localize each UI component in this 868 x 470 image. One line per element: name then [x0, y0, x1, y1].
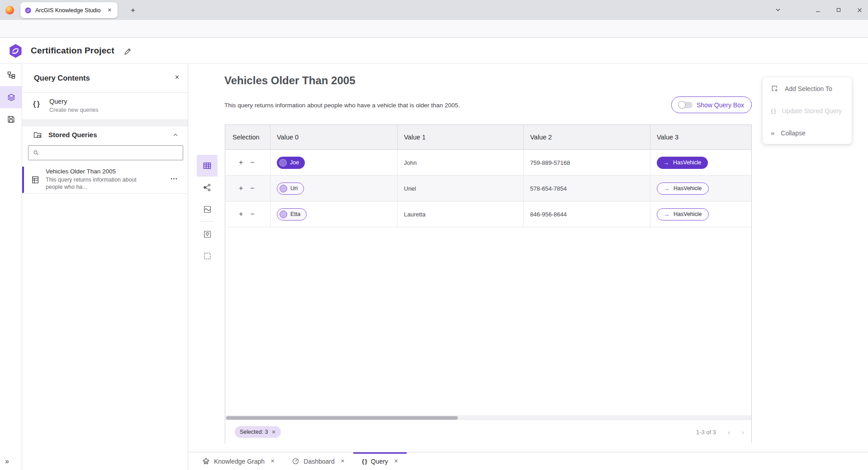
collapse-chevrons-icon: » — [771, 129, 774, 137]
list-tabs-icon[interactable] — [772, 4, 784, 16]
menu-item-collapse[interactable]: » Collapse — [763, 122, 852, 144]
link-chart-button[interactable] — [197, 177, 218, 198]
maximize-icon[interactable] — [833, 4, 844, 16]
expand-panel-icon[interactable]: » — [5, 457, 9, 465]
value2-cell: 846-956-8644 — [524, 201, 650, 227]
braces-icon: { } — [362, 458, 367, 465]
stored-query-description: This query returns information about peo… — [46, 176, 151, 191]
edit-pencil-icon[interactable] — [122, 46, 133, 57]
table-view-button[interactable] — [197, 155, 218, 177]
relationship-pill[interactable]: →HasVehicle — [657, 182, 709, 195]
project-title: Certification Project — [31, 38, 114, 64]
clear-selection-icon[interactable]: ✕ — [272, 429, 276, 435]
minimize-icon[interactable] — [812, 4, 824, 16]
view-toolbar — [197, 155, 218, 267]
tab-label: Query — [371, 458, 388, 465]
menu-item-add-selection-to[interactable]: Add Selection To — [763, 77, 852, 100]
stored-query-icon — [31, 175, 40, 184]
selected-count-chip[interactable]: Selected: 3 ✕ — [235, 426, 281, 438]
remove-from-selection-icon[interactable]: − — [250, 158, 254, 167]
search-input[interactable] — [43, 149, 179, 156]
page-description: This query returns information about peo… — [224, 102, 460, 109]
sidebar-item-data-model[interactable] — [0, 64, 22, 86]
add-to-selection-icon[interactable]: + — [239, 184, 243, 192]
panel-close-icon[interactable]: ✕ — [175, 74, 180, 81]
query-item[interactable]: { } Query Create new queries — [22, 93, 188, 120]
tab-label: Knowledge Graph — [214, 458, 265, 465]
table-row: + − Uri Uriel 578-654-7854 →HasVehicle — [225, 176, 751, 201]
browser-tab-title: ArcGIS Knowledge Studio — [35, 7, 106, 14]
entity-label: Etta — [290, 211, 300, 217]
search-icon — [33, 149, 39, 156]
stored-queries-search[interactable] — [28, 145, 183, 160]
add-to-selection-icon[interactable]: + — [239, 210, 243, 218]
toggle-switch[interactable] — [679, 102, 693, 108]
firefox-icon — [5, 6, 14, 14]
toggle-knob — [678, 101, 686, 109]
entity-pill[interactable]: Joe — [277, 157, 305, 169]
stored-queries-header[interactable]: Stored Queries — [22, 126, 188, 144]
entity-dot-icon — [280, 185, 287, 192]
add-to-selection-icon[interactable]: + — [239, 158, 243, 167]
add-selection-icon — [771, 85, 778, 92]
tab-dashboard[interactable]: Dashboard ✕ — [283, 452, 353, 470]
stored-query-item[interactable]: Vehicles Older Than 2005 This query retu… — [22, 166, 188, 194]
kebab-menu-icon[interactable]: … — [170, 173, 178, 182]
col-header-value0: Value 0 — [270, 125, 398, 149]
menu-item-label: Collapse — [781, 129, 805, 137]
query-item-title: Query — [49, 98, 67, 105]
panel-header: Query Contents ✕ — [22, 64, 188, 93]
entity-label: Uri — [290, 185, 298, 192]
entity-pill[interactable]: Uri — [277, 182, 304, 195]
toolbar-separator — [200, 221, 214, 222]
scrollbar-thumb[interactable] — [226, 416, 458, 420]
map-view-button[interactable] — [197, 198, 218, 220]
value1-cell: John — [398, 150, 524, 175]
chevron-up-icon[interactable] — [172, 132, 179, 138]
value1-cell: Lauretta — [398, 201, 524, 227]
relationship-label: HasVehicle — [674, 185, 702, 192]
stored-query-title: Vehicles Older Than 2005 — [46, 168, 116, 175]
remove-from-selection-icon[interactable]: − — [250, 210, 254, 218]
map-layers-button[interactable] — [197, 223, 218, 245]
entity-pill[interactable]: Etta — [277, 208, 307, 221]
panel-gap — [22, 120, 188, 126]
results-table: Selection Value 0 Value 1 Value 2 Value … — [225, 125, 752, 443]
entity-dot-icon — [280, 211, 287, 218]
stored-queries-title: Stored Queries — [48, 131, 97, 139]
browser-tab[interactable]: ArcGIS Knowledge Studio ✕ — [20, 2, 118, 18]
show-query-box-toggle[interactable]: Show Query Box — [671, 96, 752, 113]
query-item-subtitle: Create new queries — [49, 107, 98, 113]
query-contents-panel: Query Contents ✕ { } Query Create new qu… — [22, 64, 188, 470]
horizontal-scrollbar[interactable] — [225, 415, 751, 420]
relationship-pill[interactable]: →HasVehicle — [657, 208, 709, 221]
tab-label: Dashboard — [304, 458, 335, 465]
col-header-value2: Value 2 — [524, 125, 650, 149]
sidebar-item-contents[interactable] — [0, 86, 22, 108]
tab-close-icon[interactable]: ✕ — [270, 458, 275, 464]
sidebar-item-save[interactable] — [0, 108, 22, 130]
tab-query[interactable]: { } Query ✕ — [353, 452, 407, 470]
prev-page-icon[interactable]: ‹ — [728, 428, 730, 436]
selected-count-label: Selected: 3 — [240, 429, 268, 435]
arrow-right-icon: → — [663, 159, 669, 166]
col-header-selection: Selection — [225, 125, 270, 149]
value2-cell: 759-889-57168 — [524, 150, 650, 175]
entity-cell: Uri — [270, 176, 398, 201]
new-tab-button[interactable]: + — [127, 5, 139, 16]
remove-from-selection-icon[interactable]: − — [250, 184, 254, 192]
arrow-right-icon: → — [664, 211, 669, 218]
menu-item-update-stored-query[interactable]: { } Update Stored Query — [763, 100, 852, 122]
relationship-pill[interactable]: →HasVehicle — [657, 157, 708, 169]
knowledge-graph-icon — [202, 457, 210, 465]
tab-close-icon[interactable]: ✕ — [341, 458, 345, 464]
tab-close-icon[interactable]: ✕ — [106, 6, 114, 14]
selection-tool-button[interactable] — [197, 245, 218, 267]
menu-item-label: Update Stored Query — [782, 107, 842, 115]
tab-knowledge-graph[interactable]: Knowledge Graph ✕ — [194, 452, 283, 470]
tab-close-icon[interactable]: ✕ — [394, 458, 398, 464]
next-page-icon[interactable]: › — [742, 428, 744, 436]
window-close-icon[interactable] — [854, 4, 865, 16]
entity-cell: Etta — [270, 201, 398, 227]
site-favicon — [24, 7, 32, 14]
